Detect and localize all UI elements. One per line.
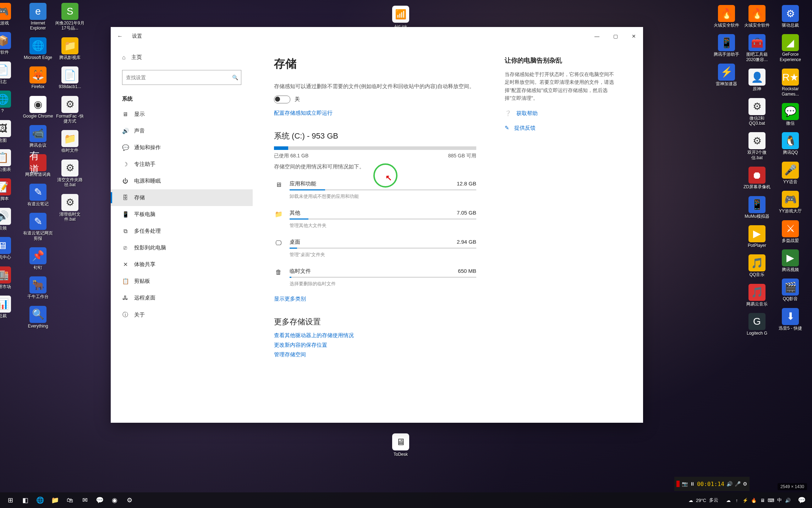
sidebar-item-3[interactable]: ☽专注助手 [111,156,253,173]
desktop-icon[interactable]: ⚡雷神加速器 [710,62,743,88]
desktop-icon[interactable]: ✎有道云笔记 [21,182,55,208]
desktop-icon[interactable]: ⚙双开2个微信.bat [740,131,774,162]
desktop-icon[interactable]: 📌钉钉 [21,246,55,271]
search-input[interactable] [125,74,232,81]
storage-sense-toggle[interactable] [274,96,290,103]
maximize-button[interactable]: ▢ [606,27,625,45]
more-storage-link-1[interactable]: 更改新内容的保存位置 [274,342,476,348]
record-camera-icon[interactable]: 📷 [682,480,688,488]
desktop-icon[interactable]: 📄938dacb1... [53,65,87,91]
desktop-icon[interactable]: 🦊Firefox [21,65,55,91]
desktop-icon[interactable]: 🐧腾讯QQ [774,131,807,156]
record-audio-icon[interactable]: 🔊 [726,480,733,488]
storage-category-2[interactable]: 🖵 桌面2.94 GB 管理"桌面"文件夹 [274,234,476,263]
tray-icon-4[interactable]: 🖥 [759,498,766,503]
desktop-icon[interactable]: 📹腾讯会议 [21,124,55,149]
desktop-icon[interactable]: 💬微信 [774,102,807,127]
desktop-icon[interactable]: GLogitech G [740,312,774,337]
desktop-icon[interactable]: ▶腾讯视频 [774,248,807,274]
sidecol-link-1[interactable]: ✎提供反馈 [505,125,618,131]
more-storage-link-0[interactable]: 查看其他驱动器上的存储使用情况 [274,332,476,339]
back-button[interactable]: ← [111,27,129,45]
sidebar-item-5[interactable]: 🗄存储 [111,189,253,206]
sidebar-item-10[interactable]: 📋剪贴板 [111,273,253,290]
record-stop-button[interactable] [676,481,680,487]
tray-icon-7[interactable]: 🔊 [784,498,791,503]
sidebar-item-9[interactable]: ✕体验共享 [111,256,253,273]
record-pause-button[interactable]: ⏸ [690,480,695,488]
record-settings-icon[interactable]: ⚙ [743,480,747,488]
sidecol-link-0[interactable]: ❔获取帮助 [505,110,618,117]
configure-link[interactable]: 配置存储感知或立即运行 [274,110,476,117]
desktop-icon[interactable]: 🎤YY语音 [774,160,807,186]
more-storage-link-2[interactable]: 管理存储空间 [274,351,476,358]
desktop-icon[interactable]: ⏺ZD屏幕录像机 [740,165,774,191]
sidebar-item-8[interactable]: ⎚投影到此电脑 [111,239,253,256]
desktop-icon[interactable]: ⬇迅雷5 - 快捷 [774,307,807,332]
search-box[interactable]: 🔍 [122,70,241,85]
taskbar-pinned-8[interactable]: ⚙ [122,492,137,508]
desktop-icon[interactable]: ⚙清空文件夹路径.bat [53,158,87,189]
desktop-icon[interactable]: 👤原神 [740,67,774,93]
desktop-icon[interactable]: 🔊音频 [0,206,19,232]
desktop-icon[interactable]: 🔥火绒安全软件 [740,4,774,29]
taskbar-pinned-6[interactable]: 💬 [92,492,107,508]
desktop-icon[interactable]: ⚙微信2和QQ3.bat [740,97,774,128]
desktop-icon[interactable]: 📦用软件 [0,31,19,56]
desktop-icon[interactable]: 🎵网易云音乐 [740,282,774,308]
tray-icon-1[interactable]: ↑ [733,498,740,503]
desktop-icon[interactable]: ⚙FormatFac -快捷方式 [53,94,87,125]
desktop-icon[interactable]: ⚙清理临时文件.bat [53,193,87,223]
desktop-icon[interactable]: eInternet Explorer [21,1,55,32]
desktop-icon[interactable]: R★Rockstar Games... [774,67,807,98]
close-button[interactable]: ✕ [625,27,643,45]
sidebar-item-1[interactable]: 🔊声音 [111,123,253,139]
desktop-icon[interactable]: ⚔多益战盟 [774,219,807,244]
desktop-icon[interactable]: 📁临时文件 [53,129,87,154]
tray-icon-5[interactable]: ⌨ [767,498,774,503]
taskbar-pinned-4[interactable]: 🛍 [62,492,77,508]
tray-icon-6[interactable]: 中 [776,497,783,503]
sidebar-item-0[interactable]: 🖥显示 [111,106,253,123]
tray-icon-0[interactable]: ☁ [725,498,732,503]
taskbar-pinned-0[interactable]: ⊞ [3,492,18,508]
desktop-icon[interactable]: 🖥ToDesk [392,433,409,457]
desktop-icon[interactable]: 📄日志 [0,60,19,86]
storage-category-3[interactable]: 🗑 临时文件650 MB 选择要删除的临时文件 [274,263,476,292]
notification-center-button[interactable]: 💬 [794,492,809,508]
sidebar-item-2[interactable]: 💬通知和操作 [111,139,253,156]
desktop-icon[interactable]: 🔍Everything [21,304,55,330]
taskbar-pinned-1[interactable]: ◧ [18,492,33,508]
desktop-icon[interactable]: 🧰图吧工具箱2020兼容... [740,33,774,64]
desktop-icon[interactable]: ◉Google Chrome [21,94,55,120]
tray-icon-3[interactable]: 🔥 [750,498,757,503]
record-mic-icon[interactable]: 🎤 [735,480,741,488]
minimize-button[interactable]: — [588,27,606,45]
taskbar-pinned-2[interactable]: 🌐 [33,492,48,508]
desktop-icon[interactable]: 📋办公图表 [0,148,19,173]
taskbar-weather[interactable]: ☁ 29°C 多云 [685,497,722,503]
show-more-link[interactable]: 显示更多类别 [274,296,476,302]
sidebar-item-6[interactable]: 📱平板电脑 [111,206,253,223]
desktop-icon[interactable]: ◢GeForce Experience [774,33,807,64]
taskbar-pinned-5[interactable]: ✉ [77,492,92,508]
desktop-icon[interactable]: 🌐? [0,89,19,115]
sidebar-item-4[interactable]: ⏻电源和睡眠 [111,173,253,189]
desktop-icon[interactable]: 🎮玩游戏 [0,1,19,27]
system-tray[interactable]: ☁↑⚡🔥🖥⌨中🔊 [722,497,794,503]
desktop-icon[interactable]: 🔥火绒安全软件 [710,4,743,29]
desktop-icon[interactable]: 📁腾讯影视库 [53,36,87,61]
taskbar-pinned-7[interactable]: ◉ [107,492,122,508]
desktop-icon[interactable]: 📱腾讯手游助手 [710,33,743,58]
desktop-icon[interactable]: 🐂千牛工作台 [21,275,55,301]
desktop-icon[interactable]: 🏬应用市场 [0,265,19,291]
desktop-icon[interactable]: 🎮YY游戏大厅 [774,189,807,215]
desktop-icon[interactable]: S闲鱼2021年9月17号品... [53,1,87,32]
desktop-icon[interactable]: 🌐Microsoft Edge [21,36,55,61]
desktop-icon[interactable]: ✎有道云笔记网页剪报 [21,211,55,242]
sidebar-item-12[interactable]: ⓘ关于 [111,306,253,324]
sidebar-item-11[interactable]: 🖧远程桌面 [111,290,253,306]
tray-icon-2[interactable]: ⚡ [742,498,749,503]
desktop-icon[interactable]: ⚙驱动总裁 [774,4,807,29]
desktop-icon[interactable]: 🖥主机中心 [0,236,19,261]
